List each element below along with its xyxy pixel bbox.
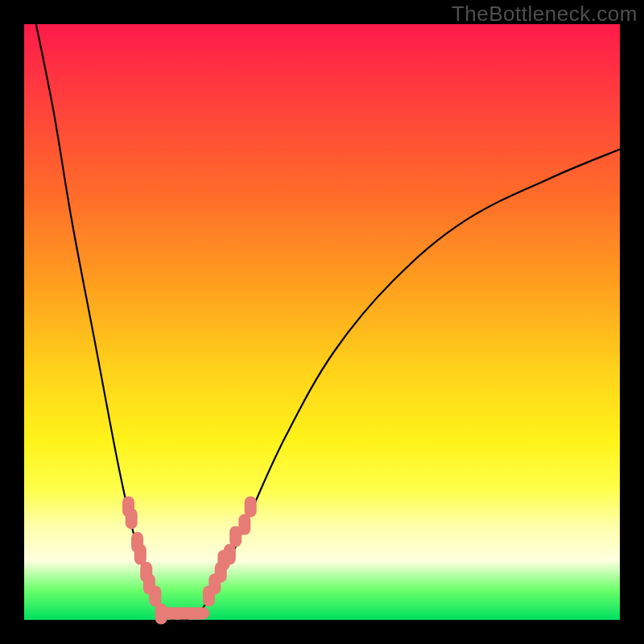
data-marker [134, 544, 147, 565]
curve-left [36, 24, 185, 621]
markers-bottom [160, 608, 209, 620]
data-marker [190, 608, 209, 620]
data-marker [245, 496, 257, 517]
chart-frame: TheBottleneck.com [0, 0, 644, 644]
markers-left [122, 496, 167, 624]
data-marker [149, 585, 161, 606]
data-marker [224, 544, 236, 565]
plot-area [24, 24, 620, 620]
data-marker [238, 514, 250, 535]
data-marker [126, 508, 138, 529]
watermark-text: TheBottleneck.com [452, 2, 638, 27]
curve-right [185, 149, 620, 620]
markers-right [203, 496, 257, 606]
chart-svg [24, 24, 620, 620]
